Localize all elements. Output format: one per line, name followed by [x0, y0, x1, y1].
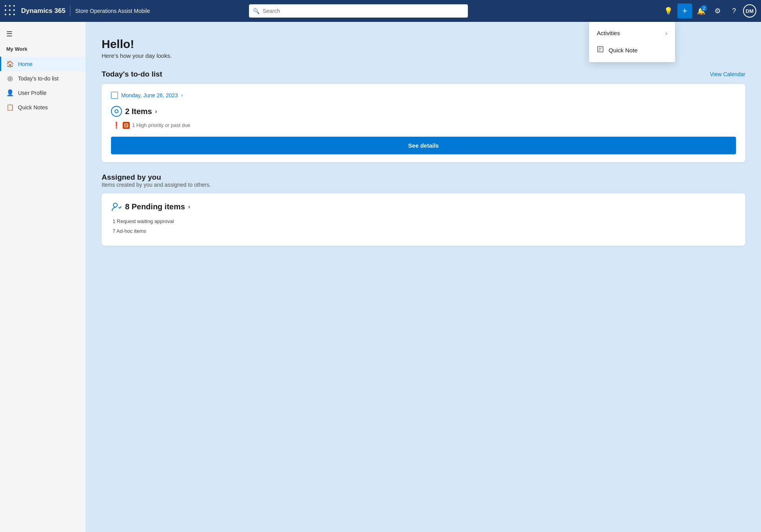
menu-icon: ☰ [6, 30, 13, 38]
see-details-button[interactable]: See details [111, 137, 736, 154]
pending-detail-1: 1 Request waiting approval [111, 218, 736, 224]
todays-todo-card: Monday, June 26, 2023 › 2 Items › ❗ 1 Hi… [102, 84, 745, 162]
date-row: Monday, June 26, 2023 › [111, 92, 736, 99]
plus-icon: + [682, 6, 688, 16]
view-calendar-link[interactable]: View Calendar [710, 71, 745, 77]
search-input[interactable] [263, 8, 464, 14]
main-content: Hello! Here's how your day looks. Today'… [86, 22, 761, 532]
sidebar-section-label: My Work [0, 45, 86, 57]
note-icon: 📋 [6, 104, 14, 111]
high-priority-row: ❗ 1 High priority or past due [111, 121, 736, 129]
apps-grid[interactable] [5, 5, 16, 17]
items-target-icon [111, 106, 122, 117]
hamburger-button[interactable]: ☰ [0, 28, 86, 45]
exclamation-icon: ❗ [113, 121, 120, 129]
items-row[interactable]: 2 Items › [111, 106, 736, 117]
calendar-icon [111, 92, 118, 99]
notifications-button[interactable]: 🔔 2 [694, 4, 709, 18]
search-icon: 🔍 [253, 8, 260, 14]
sidebar-item-home[interactable]: 🏠 Home [0, 57, 86, 71]
avatar[interactable]: DM [743, 4, 756, 18]
dropdown-activities-item[interactable]: Activities › [589, 25, 675, 41]
quick-note-icon [597, 46, 604, 54]
items-count: 2 Items [125, 107, 152, 116]
assigned-by-you-title: Assigned by you [102, 173, 745, 182]
task-icon [123, 122, 130, 129]
lightbulb-button[interactable]: 💡 [661, 4, 676, 18]
lightbulb-icon: 💡 [664, 7, 673, 15]
user-icon: 👤 [6, 89, 14, 96]
assign-icon [111, 201, 122, 212]
todays-todo-title: Today's to-do list [102, 70, 162, 79]
svg-point-2 [113, 203, 117, 207]
quick-note-label: Quick Note [609, 47, 637, 54]
activities-label: Activities [597, 30, 620, 36]
settings-button[interactable]: ⚙ [710, 4, 725, 18]
pending-detail-2: 7 Ad-hoc items [111, 228, 736, 234]
assigned-by-you-card: 8 Pending items › 1 Request waiting appr… [102, 193, 745, 246]
pending-count: 8 Pending items [125, 202, 185, 211]
add-button[interactable]: + [677, 4, 692, 18]
sidebar-item-user-profile[interactable]: 👤 User Profile [0, 86, 86, 100]
home-icon: 🏠 [6, 60, 14, 68]
items-chevron-icon: › [155, 108, 157, 114]
avatar-initials: DM [746, 8, 754, 14]
search-bar[interactable]: 🔍 [249, 4, 468, 18]
high-priority-text: 1 High priority or past due [132, 122, 190, 128]
help-button[interactable]: ? [727, 4, 741, 18]
notifications-badge: 2 [701, 5, 707, 11]
dropdown-quick-note-item[interactable]: Quick Note [589, 41, 675, 59]
sidebar-item-home-label: Home [18, 61, 32, 67]
gear-icon: ⚙ [714, 7, 721, 15]
date-chevron-icon: › [181, 93, 183, 98]
dropdown-menu: Activities › Quick Note [589, 22, 675, 62]
brand-name: Dynamics 365 [21, 7, 65, 15]
sidebar-item-user-profile-label: User Profile [18, 90, 47, 96]
target-icon: ◎ [6, 75, 14, 82]
sidebar-item-quick-notes-label: Quick Notes [18, 104, 48, 111]
date-text: Monday, June 26, 2023 [121, 92, 178, 98]
top-navigation: Dynamics 365 Store Operations Assist Mob… [0, 0, 761, 22]
pending-row[interactable]: 8 Pending items › [111, 201, 736, 212]
activities-chevron-icon: › [665, 30, 667, 36]
nav-divider [70, 5, 70, 16]
assigned-sub: Items created by you and assigned to oth… [102, 182, 745, 188]
sidebar: ☰ My Work 🏠 Home ◎ Today's to-do list 👤 … [0, 22, 86, 532]
question-icon: ? [732, 7, 736, 15]
sidebar-item-todays-todo-label: Today's to-do list [18, 75, 59, 82]
sidebar-item-quick-notes[interactable]: 📋 Quick Notes [0, 100, 86, 114]
main-layout: ☰ My Work 🏠 Home ◎ Today's to-do list 👤 … [0, 22, 761, 532]
app-name: Store Operations Assist Mobile [75, 8, 150, 14]
todays-todo-header: Today's to-do list View Calendar [102, 70, 745, 79]
topnav-right-actions: 💡 + 🔔 2 ⚙ ? DM [661, 4, 756, 18]
sidebar-item-todays-todo[interactable]: ◎ Today's to-do list [0, 71, 86, 86]
pending-chevron-icon: › [188, 204, 190, 210]
